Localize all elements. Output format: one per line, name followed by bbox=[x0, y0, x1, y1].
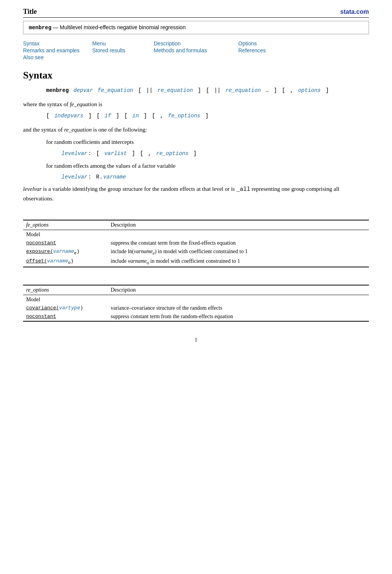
fe-desc-noconstant: suppress the constant term from the fixe… bbox=[108, 239, 369, 247]
re-options-table: re_options Description Model covariance(… bbox=[23, 285, 369, 322]
nav-methods[interactable]: Methods and formulas bbox=[154, 47, 238, 53]
re-factor-syntax: levelvar: R.varname bbox=[61, 174, 369, 180]
bracket-close2: ] bbox=[274, 87, 277, 94]
fe-bracket-close3: ] bbox=[144, 113, 147, 119]
page-header: Title stata.com bbox=[23, 8, 369, 18]
command-name: menbreg bbox=[29, 25, 51, 31]
fe-comma: , bbox=[160, 113, 163, 119]
nav-menu[interactable]: Menu bbox=[92, 40, 154, 47]
in-arg: in bbox=[132, 113, 139, 119]
levelvar-description: levelvar is a variable identifying the g… bbox=[23, 185, 369, 203]
fe-col2-header: Description bbox=[108, 220, 369, 230]
title-description: — Multilevel mixed-effects negative bino… bbox=[51, 24, 186, 30]
table-row: noconstant suppress constant term from t… bbox=[23, 312, 369, 321]
title-box: menbreg — Multilevel mixed-effects negat… bbox=[23, 21, 369, 34]
fe-equation-intro: where the syntax of fe_equation is bbox=[23, 100, 369, 109]
levelvar-arg2: levelvar bbox=[61, 174, 87, 180]
table-row: offset(varnameo) include varnameo in mod… bbox=[23, 257, 369, 267]
varlist-arg: varlist bbox=[104, 150, 127, 157]
fe-options-table: fe_options Description Model noconstant … bbox=[23, 220, 369, 267]
table-row: noconstant suppress the constant term fr… bbox=[23, 239, 369, 247]
bracket-open1: [ bbox=[138, 87, 141, 94]
levelvar-label: levelvar bbox=[23, 186, 42, 192]
nav-options[interactable]: Options bbox=[238, 40, 300, 47]
nav-stored[interactable]: Stored results bbox=[92, 47, 154, 53]
fe-group-label: Model bbox=[23, 230, 108, 239]
if-arg: if bbox=[105, 113, 111, 119]
bracket-close1: ] bbox=[198, 87, 201, 94]
re-bracket-open2: [ bbox=[140, 150, 143, 157]
random-coeff-label: for random coefficients and intercepts bbox=[46, 138, 369, 147]
fe-col1-header: fe_options bbox=[23, 220, 108, 230]
re-bracket-open1: [ bbox=[96, 150, 100, 157]
fe-model-group: Model bbox=[23, 230, 369, 239]
re-bracket-close1: ] bbox=[132, 150, 135, 157]
levelvar-arg1: levelvar bbox=[61, 150, 87, 157]
re-desc-covariance: variance–covariance structure of the ran… bbox=[108, 304, 369, 312]
bracket-close3: ] bbox=[326, 87, 329, 94]
fe-options-arg: fe_options bbox=[168, 113, 200, 119]
re-model-group: Model bbox=[23, 295, 369, 304]
nav-syntax[interactable]: Syntax bbox=[23, 40, 92, 47]
re-comma: , bbox=[148, 150, 151, 157]
re-options-arg: re_options bbox=[156, 150, 188, 157]
bracket-open2: [ bbox=[206, 87, 209, 94]
comma1: , bbox=[290, 87, 293, 93]
nav-remarks[interactable]: Remarks and examples bbox=[23, 47, 92, 53]
bracket-open3: [ bbox=[282, 87, 285, 94]
re-equation-arg2: re_equation bbox=[225, 87, 261, 93]
stata-link[interactable]: stata.com bbox=[340, 8, 369, 15]
fe-equation-syntax: [ indepvars ] [ if ] [ in ] [ , fe_optio… bbox=[46, 113, 369, 119]
fe-bracket-open4: [ bbox=[152, 113, 155, 119]
syntax-section-title: Syntax bbox=[23, 70, 369, 81]
re-desc-noconstant: suppress constant term from the random-e… bbox=[108, 312, 369, 321]
nav-alsosee[interactable]: Also see bbox=[23, 54, 92, 60]
re-bracket-close2: ] bbox=[193, 150, 197, 157]
colon1: : bbox=[88, 150, 91, 157]
ellipsis: … bbox=[266, 87, 269, 93]
r-prefix: R. bbox=[96, 174, 103, 180]
fe-bracket-close2: ] bbox=[116, 113, 120, 119]
fe-bracket-close4: ] bbox=[205, 113, 209, 119]
main-syntax-line: menbreg depvar fe_equation [ || re_equat… bbox=[46, 87, 369, 94]
nav-description[interactable]: Description bbox=[154, 40, 238, 47]
re-equation-intro: and the syntax of re_equation is one of … bbox=[23, 125, 369, 134]
page-title: Title bbox=[23, 8, 37, 16]
fe-option-exposure: exposure(varnamee) bbox=[23, 247, 108, 257]
re-equation-arg1: re_equation bbox=[158, 87, 193, 93]
re-coeff-syntax: levelvar: [ varlist ] [ , re_options ] bbox=[61, 150, 369, 157]
page-number: 1 bbox=[23, 337, 369, 343]
fe-option-offset: offset(varnameo) bbox=[23, 257, 108, 267]
re-option-covariance: covariance(vartype) bbox=[23, 304, 108, 312]
pipe1: || bbox=[146, 87, 153, 93]
re-group-desc bbox=[108, 295, 369, 304]
table-row: covariance(vartype) variance–covariance … bbox=[23, 304, 369, 312]
fe-equation-ref: fe_equation bbox=[70, 101, 97, 107]
menbreg-command: menbreg bbox=[46, 87, 69, 93]
fe-group-desc bbox=[108, 230, 369, 239]
fe-equation-arg: fe_equation bbox=[98, 87, 133, 93]
re-col1-header: re_options bbox=[23, 285, 108, 295]
re-col2-header: Description bbox=[108, 285, 369, 295]
re-table-footer bbox=[23, 321, 369, 321]
fe-bracket-open1: [ bbox=[46, 113, 50, 119]
options-arg: options bbox=[298, 87, 321, 93]
re-group-label: Model bbox=[23, 295, 108, 304]
nav-references[interactable]: References bbox=[238, 47, 300, 53]
fe-bracket-close1: ] bbox=[88, 113, 91, 119]
fe-desc-offset: include varnameo in model with coefficie… bbox=[108, 257, 369, 267]
fe-desc-exposure: include ln(varnamee) in model with coeff… bbox=[108, 247, 369, 257]
fe-option-noconstant: noconstant bbox=[23, 239, 108, 247]
re-equation-ref: re_equation bbox=[64, 127, 92, 133]
depvar-arg: depvar bbox=[73, 87, 93, 93]
pipe2: || bbox=[214, 87, 221, 93]
nav-grid: Syntax Menu Description Options Remarks … bbox=[23, 40, 369, 60]
re-option-noconstant: noconstant bbox=[23, 312, 108, 321]
varname-arg: varname bbox=[103, 174, 126, 180]
fe-bracket-open3: [ bbox=[124, 113, 128, 119]
colon2: : bbox=[88, 174, 91, 180]
fe-table-footer bbox=[23, 267, 369, 267]
all-keyword: _all bbox=[236, 186, 250, 193]
random-effects-label: for random effects among the values of a… bbox=[46, 162, 369, 170]
table-row: exposure(varnamee) include ln(varnamee) … bbox=[23, 247, 369, 257]
